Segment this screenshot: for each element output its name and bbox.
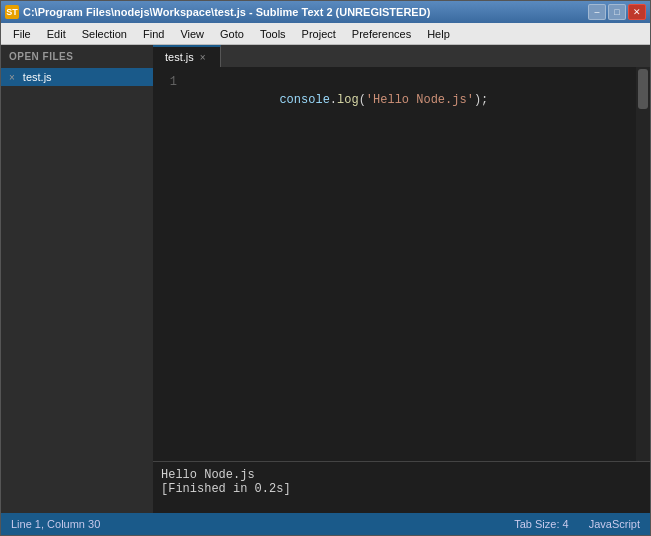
app-icon: ST (5, 5, 19, 19)
title-bar-left: ST C:\Program Files\nodejs\Workspace\tes… (5, 5, 430, 19)
file-close-icon[interactable]: × (9, 72, 15, 83)
code-editor[interactable]: 1 console.log('Hello Node.js'); (153, 67, 650, 461)
line-number-1: 1 (153, 73, 177, 91)
console-line-2: [Finished in 0.2s] (161, 482, 642, 496)
menu-edit[interactable]: Edit (39, 26, 74, 42)
scrollbar-thumb[interactable] (638, 69, 648, 109)
tab-close-icon[interactable]: × (200, 52, 206, 63)
status-bar: Line 1, Column 30 Tab Size: 4 JavaScript (1, 513, 650, 535)
sidebar-header: OPEN FILES (1, 45, 153, 68)
menu-selection[interactable]: Selection (74, 26, 135, 42)
window-controls: – □ ✕ (588, 4, 646, 20)
code-string: 'Hello Node.js' (366, 93, 474, 107)
status-tab-size: Tab Size: 4 (514, 518, 568, 530)
menu-view[interactable]: View (172, 26, 212, 42)
editor-area: test.js × 1 console.log('Hello Node.js')… (153, 45, 650, 513)
line-numbers: 1 (153, 67, 185, 461)
sidebar-item-testjs[interactable]: × test.js (1, 68, 153, 86)
close-button[interactable]: ✕ (628, 4, 646, 20)
vertical-scrollbar[interactable] (636, 67, 650, 461)
app-window: ST C:\Program Files\nodejs\Workspace\tes… (0, 0, 651, 536)
status-position: Line 1, Column 30 (11, 518, 100, 530)
status-right: Tab Size: 4 JavaScript (514, 518, 640, 530)
code-line-1: console.log('Hello Node.js'); (193, 73, 628, 127)
minimize-button[interactable]: – (588, 4, 606, 20)
main-area: OPEN FILES × test.js test.js × 1 (1, 45, 650, 513)
tab-testjs[interactable]: test.js × (153, 45, 221, 67)
title-bar: ST C:\Program Files\nodejs\Workspace\tes… (1, 1, 650, 23)
code-open-paren: ( (359, 93, 366, 107)
menu-tools[interactable]: Tools (252, 26, 294, 42)
menu-help[interactable]: Help (419, 26, 458, 42)
code-close-paren: ) (474, 93, 481, 107)
code-dot: . (330, 93, 337, 107)
menu-file[interactable]: File (5, 26, 39, 42)
status-language: JavaScript (589, 518, 640, 530)
tab-label: test.js (165, 51, 194, 63)
code-log: log (337, 93, 359, 107)
menu-bar: File Edit Selection Find View Goto Tools… (1, 23, 650, 45)
menu-find[interactable]: Find (135, 26, 172, 42)
menu-preferences[interactable]: Preferences (344, 26, 419, 42)
menu-goto[interactable]: Goto (212, 26, 252, 42)
maximize-button[interactable]: □ (608, 4, 626, 20)
code-console: console (279, 93, 329, 107)
tab-bar: test.js × (153, 45, 650, 67)
sidebar: OPEN FILES × test.js (1, 45, 153, 513)
code-content[interactable]: console.log('Hello Node.js'); (185, 67, 636, 461)
code-semi: ; (481, 93, 488, 107)
console-output: Hello Node.js [Finished in 0.2s] (153, 461, 650, 513)
sidebar-file-name: test.js (23, 71, 52, 83)
menu-project[interactable]: Project (294, 26, 344, 42)
window-title: C:\Program Files\nodejs\Workspace\test.j… (23, 6, 430, 18)
console-line-1: Hello Node.js (161, 468, 642, 482)
